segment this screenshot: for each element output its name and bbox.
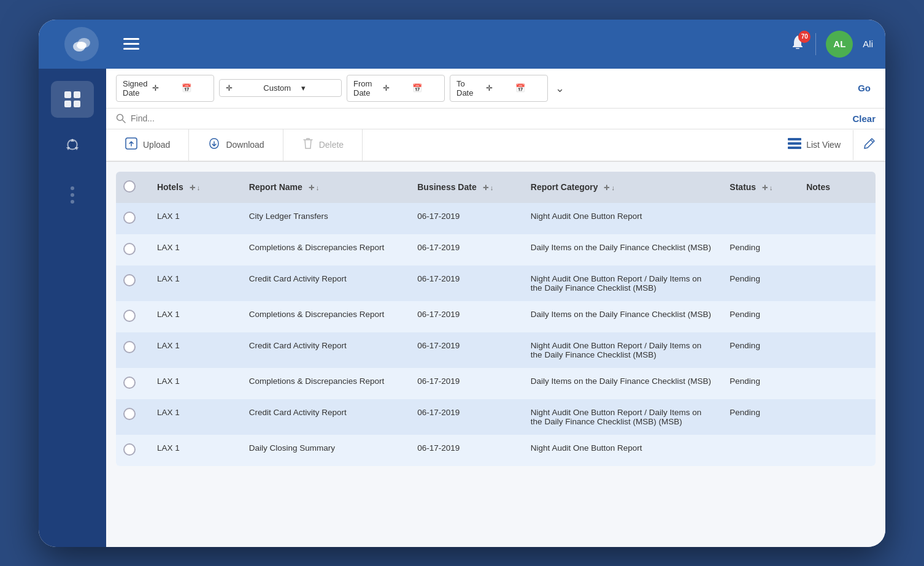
header-notes: Notes: [799, 172, 876, 203]
sidebar-item-dashboard[interactable]: [51, 81, 94, 118]
svg-point-2: [77, 42, 87, 49]
table-row: LAX 1Completions & Discrepancies Report0…: [116, 301, 876, 332]
row-checkbox[interactable]: [123, 377, 136, 389]
cell-status: [722, 435, 799, 466]
user-name: Ali: [863, 39, 873, 49]
calendar-icon-to[interactable]: 📅: [515, 83, 541, 93]
sidebar-dots: [71, 186, 74, 204]
svg-rect-6: [64, 101, 71, 107]
calendar-icon-signed[interactable]: 📅: [182, 83, 207, 93]
download-button[interactable]: Download: [189, 129, 283, 161]
svg-rect-12: [788, 147, 801, 149]
upload-button[interactable]: Upload: [106, 129, 189, 161]
search-icon: [116, 113, 126, 123]
cell-report-category: Night Audit One Button Report: [523, 203, 722, 234]
table-row: LAX 1Completions & Discrepancies Report0…: [116, 368, 876, 399]
cell-status: Pending: [722, 301, 799, 332]
search-input[interactable]: [131, 113, 852, 123]
from-date-filter[interactable]: From Date ✛ 📅: [347, 75, 445, 102]
row-checkbox-cell: [116, 301, 150, 332]
select-all-checkbox[interactable]: [123, 180, 136, 193]
row-checkbox[interactable]: [123, 310, 136, 322]
cell-notes: [799, 234, 876, 266]
cell-hotel: LAX 1: [150, 332, 242, 368]
list-view-label: List View: [806, 140, 841, 150]
table-row: LAX 1Completions & Discrepancies Report0…: [116, 234, 876, 266]
go-button[interactable]: Go: [853, 83, 876, 93]
cell-hotel: LAX 1: [150, 203, 242, 234]
cell-notes: [799, 332, 876, 368]
row-checkbox-cell: [116, 332, 150, 368]
cell-report-category: Daily Items on the Daily Finance Checkli…: [523, 368, 722, 399]
cell-report-name: Credit Card Activity Report: [242, 266, 410, 301]
notification-badge: 70: [798, 31, 810, 43]
search-input-wrap: [116, 113, 852, 123]
cell-notes: [799, 203, 876, 234]
custom-label: Custom: [263, 83, 297, 93]
header-checkbox-cell: [116, 172, 150, 203]
notification-button[interactable]: 70: [790, 34, 806, 54]
row-checkbox[interactable]: [123, 274, 136, 286]
cell-business-date: 06-17-2019: [410, 266, 523, 301]
header-report-category: Report Category ✛ ↓: [523, 172, 722, 203]
row-checkbox-cell: [116, 203, 150, 234]
cell-report-name: Completions & Discrepancies Report: [242, 234, 410, 266]
sort-icon-hotels[interactable]: ✛ ↓: [190, 184, 201, 192]
row-checkbox[interactable]: [123, 443, 136, 456]
sort-icon-status[interactable]: ✛ ↓: [762, 184, 773, 192]
drag-icon-from: ✛: [383, 83, 409, 93]
main-layout: Signed Date ✛ 📅 ✛ Custom ▾ From Date ✛ 📅…: [39, 69, 885, 547]
cell-hotel: LAX 1: [150, 435, 242, 466]
cell-status: Pending: [722, 234, 799, 266]
upload-icon: [125, 137, 138, 153]
clear-button[interactable]: Clear: [852, 113, 876, 124]
svg-rect-10: [788, 138, 801, 140]
row-checkbox[interactable]: [123, 341, 136, 353]
nav-divider: [815, 33, 816, 55]
svg-rect-5: [74, 91, 80, 98]
cell-report-category: Night Audit One Button Report: [523, 435, 722, 466]
cell-status: Pending: [722, 266, 799, 301]
cell-business-date: 06-17-2019: [410, 399, 523, 435]
signed-date-label: Signed Date: [123, 79, 148, 98]
hamburger-button[interactable]: [118, 30, 144, 58]
sidebar-item-recycle[interactable]: [51, 128, 94, 164]
sort-icon-date[interactable]: ✛ ↓: [483, 184, 494, 192]
header-hotels: Hotels ✛ ↓: [150, 172, 242, 203]
sort-icon-report[interactable]: ✛ ↓: [309, 184, 320, 192]
to-date-filter[interactable]: To Date ✛ 📅: [450, 75, 548, 102]
cell-report-name: City Ledger Transfers: [242, 203, 410, 234]
sort-icon-category[interactable]: ✛ ↓: [604, 184, 615, 192]
row-checkbox-cell: [116, 399, 150, 435]
delete-button[interactable]: Delete: [283, 129, 363, 161]
cell-notes: [799, 368, 876, 399]
row-checkbox[interactable]: [123, 408, 136, 420]
cell-hotel: LAX 1: [150, 301, 242, 332]
edit-icon-button[interactable]: [853, 130, 885, 160]
drag-icon: ✛: [152, 83, 178, 93]
signed-date-filter[interactable]: Signed Date ✛ 📅: [116, 75, 214, 102]
list-view-button[interactable]: List View: [776, 131, 853, 159]
row-checkbox-cell: [116, 234, 150, 266]
cell-status: [722, 203, 799, 234]
chevron-down-icon[interactable]: ▾: [301, 83, 335, 93]
cell-report-category: Night Audit One Button Report / Daily It…: [523, 266, 722, 301]
cell-notes: [799, 301, 876, 332]
cell-hotel: LAX 1: [150, 399, 242, 435]
logo-icon: [64, 27, 99, 61]
search-bar: Clear: [106, 109, 885, 129]
delete-label: Delete: [319, 140, 344, 150]
header-report-name: Report Name ✛ ↓: [242, 172, 410, 203]
drag-icon-custom: ✛: [226, 83, 260, 93]
cell-status: Pending: [722, 399, 799, 435]
calendar-icon-from[interactable]: 📅: [412, 83, 438, 93]
table-row: LAX 1City Ledger Transfers06-17-2019Nigh…: [116, 203, 876, 234]
upload-label: Upload: [143, 140, 170, 150]
table-row: LAX 1Credit Card Activity Report06-17-20…: [116, 399, 876, 435]
header-status: Status ✛ ↓: [722, 172, 799, 203]
filter-chevron-icon[interactable]: ⌄: [555, 82, 564, 95]
row-checkbox[interactable]: [123, 212, 136, 224]
row-checkbox[interactable]: [123, 243, 136, 255]
custom-filter[interactable]: ✛ Custom ▾: [219, 79, 342, 97]
row-checkbox-cell: [116, 435, 150, 466]
